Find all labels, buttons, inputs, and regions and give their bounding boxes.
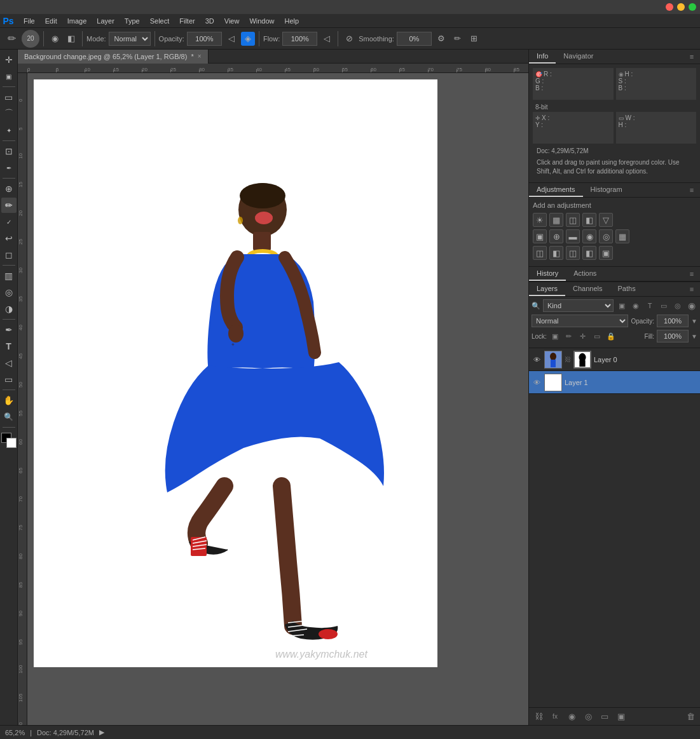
brush-tool[interactable]: ✏: [1, 198, 17, 213]
brush-size-preset[interactable]: 20: [22, 30, 39, 48]
adj-invert-icon[interactable]: ▣: [599, 246, 613, 260]
menu-select[interactable]: Select: [146, 16, 174, 26]
tab-navigator[interactable]: Navigator: [556, 50, 601, 64]
adj-vibrance-icon[interactable]: ▣: [533, 229, 547, 243]
magic-wand-tool[interactable]: ✦: [1, 123, 17, 138]
flow-input[interactable]: [282, 32, 317, 46]
pen-tool[interactable]: ✒: [1, 322, 17, 337]
layer-0-visibility[interactable]: 👁: [532, 355, 542, 365]
layers-blend-select[interactable]: Normal: [532, 315, 628, 327]
layer-fx-icon[interactable]: fx: [548, 710, 562, 724]
adj-hsl-icon[interactable]: ⊕: [549, 229, 563, 243]
gradient-tool[interactable]: ▥: [1, 268, 17, 283]
path-selection-tool[interactable]: ◁: [1, 355, 17, 370]
tab-paths[interactable]: Paths: [610, 282, 643, 296]
lock-pixels-icon[interactable]: ✏: [563, 330, 575, 342]
menu-window[interactable]: Window: [245, 16, 278, 26]
artboard-tool[interactable]: ▣: [1, 69, 17, 84]
mode-select[interactable]: Normal: [109, 32, 151, 46]
fill-input[interactable]: [657, 330, 689, 342]
adj-posterize-icon[interactable]: ◫: [533, 246, 547, 260]
move-tool[interactable]: ✛: [1, 52, 17, 67]
menu-filter[interactable]: Filter: [175, 16, 199, 26]
lasso-tool[interactable]: ⌒: [1, 106, 17, 121]
tab-history[interactable]: History: [529, 267, 566, 281]
smoothing-options-icon[interactable]: ⚙: [434, 32, 448, 46]
rectangle-select-tool[interactable]: ▭: [1, 90, 17, 105]
tab-actions[interactable]: Actions: [566, 267, 604, 281]
brush-toggle-icon[interactable]: ◧: [64, 32, 78, 46]
layer-item-0[interactable]: 👁 ⛓ Layer 0: [529, 348, 700, 371]
adj-bw-icon[interactable]: ◉: [582, 229, 596, 243]
layer-group-icon[interactable]: ▭: [598, 710, 612, 724]
shape-tool[interactable]: ▭: [1, 372, 17, 387]
close-button[interactable]: [666, 3, 673, 11]
adj-curves-icon[interactable]: ◫: [566, 213, 580, 227]
info-panel-menu-icon[interactable]: ≡: [686, 51, 697, 62]
lock-artboard-icon[interactable]: ▭: [591, 330, 603, 342]
adj-gradient-map-icon[interactable]: ◫: [566, 246, 580, 260]
history-panel-menu-icon[interactable]: ≡: [686, 268, 697, 280]
menu-help[interactable]: Help: [280, 16, 304, 26]
adj-photo-icon[interactable]: ◎: [599, 229, 613, 243]
menu-file[interactable]: File: [19, 16, 39, 26]
document-tab[interactable]: Background change.jpeg @ 65,2% (Layer 1,…: [18, 50, 209, 64]
lock-position-icon[interactable]: ✛: [577, 330, 589, 342]
layer-link-icon[interactable]: ⛓: [532, 710, 546, 724]
adj-levels-icon[interactable]: ▦: [549, 213, 563, 227]
status-bar-arrow[interactable]: ▶: [99, 728, 104, 736]
layer-mask-icon[interactable]: ◉: [565, 710, 579, 724]
menu-3d[interactable]: 3D: [201, 16, 219, 26]
color-chips[interactable]: [1, 433, 17, 448]
clone-stamp-tool[interactable]: ✓: [1, 214, 17, 229]
blur-tool[interactable]: ◎: [1, 285, 17, 300]
layer-item-1[interactable]: 👁 Layer 1: [529, 371, 700, 394]
canvas-image[interactable]: ✦ www.yakymchuk.net: [34, 79, 437, 667]
hand-tool[interactable]: ✋: [1, 393, 17, 408]
dodge-tool[interactable]: ◑: [1, 301, 17, 316]
adj-colorbal-icon[interactable]: ▬: [566, 229, 580, 243]
minimize-button[interactable]: [677, 3, 685, 11]
adj-gradient-icon[interactable]: ▽: [599, 213, 613, 227]
airbrush-icon[interactable]: ◈: [241, 32, 255, 46]
menu-layer[interactable]: Layer: [92, 16, 119, 26]
brush-preset-icon[interactable]: ◉: [48, 32, 62, 46]
tab-info[interactable]: Info: [529, 50, 556, 64]
angle-icon[interactable]: ⊘: [342, 32, 356, 46]
maximize-button[interactable]: [689, 3, 696, 11]
opacity-input[interactable]: [187, 32, 222, 46]
tab-histogram[interactable]: Histogram: [583, 183, 630, 197]
document-tab-close[interactable]: ×: [198, 53, 202, 60]
adj-exposure-icon[interactable]: ◧: [582, 213, 596, 227]
layer-type-filter[interactable]: T: [644, 300, 655, 311]
lock-transparent-icon[interactable]: ▣: [549, 330, 561, 342]
pressure-icon[interactable]: ✏: [451, 32, 465, 46]
layers-opacity-input[interactable]: [657, 315, 689, 327]
lock-all-icon[interactable]: 🔒: [605, 330, 617, 342]
menu-image[interactable]: Image: [63, 16, 92, 26]
text-tool[interactable]: T: [1, 339, 17, 354]
layers-panel-menu-icon[interactable]: ≡: [686, 283, 697, 295]
opacity-jitter-icon[interactable]: ◁: [224, 32, 238, 46]
adj-mixer-icon[interactable]: ▦: [615, 229, 629, 243]
menu-edit[interactable]: Edit: [41, 16, 62, 26]
layer-smart-filter[interactable]: ◎: [672, 300, 683, 311]
healing-brush-tool[interactable]: ⊕: [1, 181, 17, 196]
eyedropper-tool[interactable]: ✒: [1, 160, 17, 175]
background-color[interactable]: [6, 438, 17, 448]
tab-channels[interactable]: Channels: [565, 282, 610, 296]
layer-new-icon[interactable]: ▣: [614, 710, 628, 724]
tab-layers[interactable]: Layers: [529, 282, 565, 296]
adj-selective-icon[interactable]: ◧: [582, 246, 596, 260]
flow-jitter-icon[interactable]: ◁: [320, 32, 334, 46]
history-brush-tool[interactable]: ↩: [1, 231, 17, 246]
layer-pixel-filter[interactable]: ▣: [616, 300, 628, 311]
layer-filter-toggle[interactable]: ◉: [686, 300, 697, 311]
canvas-container[interactable]: ✦ www.yakymchuk.net: [27, 73, 528, 725]
layers-kind-select[interactable]: Kind: [543, 299, 614, 312]
layer-shape-filter[interactable]: ▭: [658, 300, 669, 311]
layer-1-visibility[interactable]: 👁: [532, 377, 542, 388]
menu-type[interactable]: Type: [120, 16, 144, 26]
tab-adjustments[interactable]: Adjustments: [529, 183, 583, 197]
eraser-tool[interactable]: ◻: [1, 247, 17, 262]
